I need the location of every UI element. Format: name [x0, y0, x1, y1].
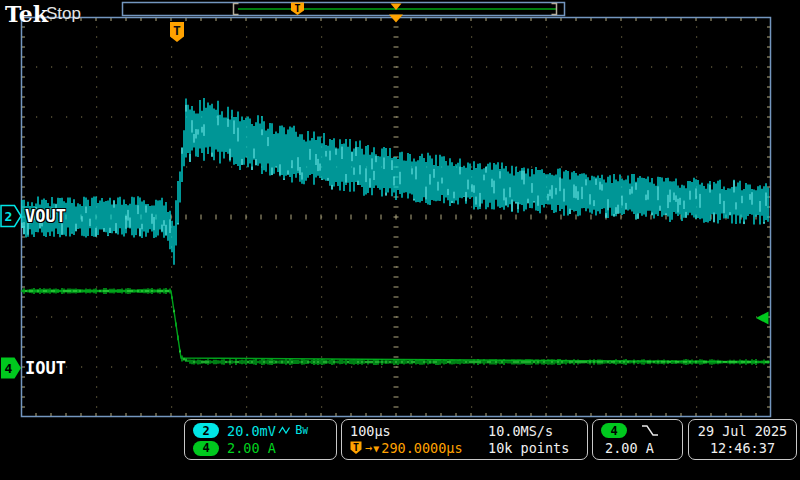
- coupling-wave-icon: [278, 425, 293, 436]
- delay-trigger-t-icon: T: [350, 441, 362, 455]
- bandwidth-b: B: [295, 425, 302, 436]
- channel2-position-marker[interactable]: 2: [1, 206, 21, 227]
- datetime-box[interactable]: 29 Jul 2025 12:46:37: [688, 419, 797, 460]
- timebase-row: 100µs 10.0MS/s: [350, 422, 579, 439]
- channel2-marker-number: 2: [5, 209, 13, 224]
- channel4-scale: 2.00 A: [227, 440, 276, 456]
- ac-coupling-bandwidth-icon: B W: [278, 425, 308, 436]
- record-length-value: 10k points: [488, 440, 569, 456]
- falling-edge-icon: [641, 424, 659, 437]
- channel4-position-marker[interactable]: 4: [1, 358, 21, 379]
- channel4-marker-number: 4: [5, 361, 13, 376]
- waveform-traces: [22, 98, 770, 365]
- trigger-delay-value: 290.0000µs: [381, 440, 462, 456]
- channel2-readout-row: 2 20.0mV B W: [193, 422, 328, 439]
- trigger-source-badge[interactable]: 4: [601, 423, 627, 438]
- trigger-t-flag-label: T: [173, 23, 181, 38]
- svg-text:T: T: [353, 442, 359, 453]
- sample-rate-value: 10.0MS/s: [488, 423, 553, 439]
- delay-arrow-icon: →: [365, 441, 372, 455]
- delay-marker-icon: ▼: [373, 443, 379, 454]
- tek-logo: Tek: [5, 1, 48, 27]
- channel4-badge[interactable]: 4: [193, 441, 219, 456]
- record-trigger-t-label: T: [294, 3, 300, 14]
- trigger-level-row: 2.00 A: [601, 440, 674, 457]
- oscilloscope-screen: T T 2 4 Tek Stop VOUT IO: [0, 0, 800, 480]
- channel2-trace-label: VOUT: [25, 206, 66, 226]
- date-value: 29 Jul 2025: [698, 423, 787, 439]
- trigger-readout-box[interactable]: 4 2.00 A: [592, 419, 683, 460]
- channel2-badge[interactable]: 2: [193, 423, 219, 438]
- trigger-level-value: 2.00 A: [605, 440, 654, 456]
- trigger-level-arrow-icon[interactable]: [756, 312, 769, 325]
- bandwidth-w: W: [303, 427, 308, 436]
- display-canvas: T T 2 4: [0, 0, 800, 480]
- date-row: 29 Jul 2025: [698, 422, 787, 439]
- channel2-scale: 20.0mV: [227, 423, 276, 439]
- trigger-source-row: 4: [601, 422, 674, 439]
- channel-readout-box[interactable]: 2 20.0mV B W 4 2.00 A: [184, 419, 337, 460]
- record-view-bar[interactable]: T: [123, 3, 565, 16]
- trigger-position-flag[interactable]: T: [170, 22, 184, 42]
- channel4-trace-label: IOUT: [25, 358, 66, 378]
- horizontal-readout-box[interactable]: 100µs 10.0MS/s T → ▼ 290.0000µs 10k poin…: [341, 419, 588, 460]
- time-value: 12:46:37: [710, 440, 775, 456]
- timebase-value: 100µs: [350, 423, 488, 439]
- channel4-readout-row: 4 2.00 A: [193, 440, 328, 457]
- time-row: 12:46:37: [710, 440, 775, 457]
- expansion-point-triangle-icon[interactable]: [389, 15, 403, 23]
- acquisition-status: Stop: [46, 4, 81, 24]
- delay-row: T → ▼ 290.0000µs 10k points: [350, 440, 579, 457]
